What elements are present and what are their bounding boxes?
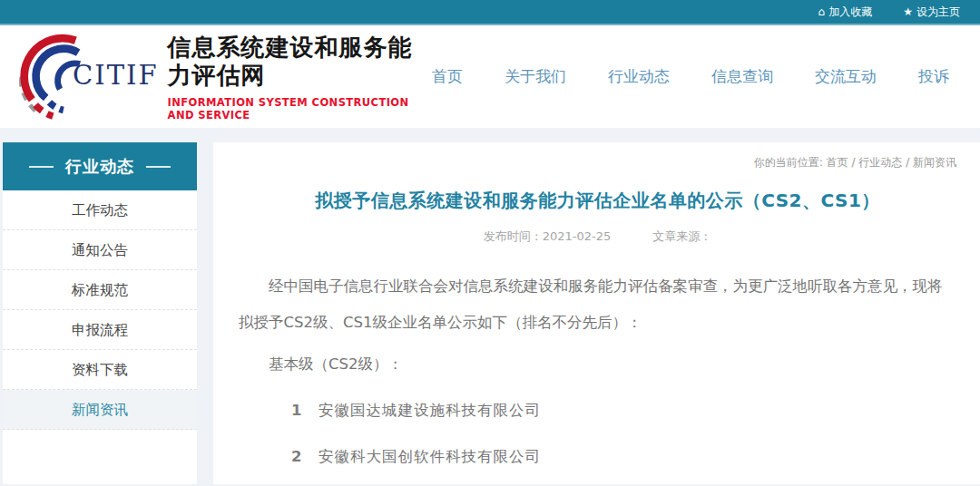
site-titles: 信息系统建设和服务能力评估网 INFORMATION SYSTEM CONSTR… bbox=[168, 34, 432, 122]
breadcrumb-link-news[interactable]: 新闻资讯 bbox=[913, 156, 956, 169]
nav-item-interaction[interactable]: 交流互动 bbox=[815, 66, 877, 87]
main-content-panel: 你的当前位置: 首页 / 行业动态 / 新闻资讯 拟授予信息系统建设和服务能力评… bbox=[213, 142, 980, 484]
company-list: 1 安徽国达城建设施科技有限公司 2 安徽科大国创软件科技有限公司 bbox=[239, 401, 956, 467]
page-layout: 行业动态 工作动态 通知公告 标准规范 申报流程 资料下载 新闻资讯 你的当前位… bbox=[0, 128, 980, 484]
sidebar-filler bbox=[3, 430, 197, 484]
article-meta: 发布时间：2021-02-25 文章来源： bbox=[239, 228, 956, 245]
nav-item-complaint[interactable]: 投诉 bbox=[918, 66, 949, 87]
site-title: 信息系统建设和服务能力评估网 bbox=[168, 34, 432, 90]
breadcrumb-separator: / bbox=[851, 156, 855, 169]
logo-citif-text: CITIF bbox=[73, 60, 159, 91]
company-row: 2 安徽科大国创软件科技有限公司 bbox=[239, 447, 956, 467]
add-favorite-label: 加入收藏 bbox=[828, 5, 872, 20]
nav-item-about[interactable]: 关于我们 bbox=[505, 66, 566, 87]
breadcrumb-link-home[interactable]: 首页 bbox=[827, 156, 848, 169]
company-name: 安徽科大国创软件科技有限公司 bbox=[318, 447, 541, 467]
publish-time-label: 发布时间： bbox=[484, 229, 543, 243]
site-logo: CITIF bbox=[13, 34, 159, 121]
sidebar-item-notices[interactable]: 通知公告 bbox=[3, 230, 197, 270]
publish-date: 2021-02-25 bbox=[543, 229, 612, 243]
home-icon: ⌂ bbox=[818, 6, 826, 17]
sidebar-title-label: 行业动态 bbox=[65, 156, 134, 178]
sidebar-item-work-news[interactable]: 工作动态 bbox=[3, 190, 197, 230]
sidebar-item-application-process[interactable]: 申报流程 bbox=[3, 310, 197, 350]
nav-item-info-query[interactable]: 信息查询 bbox=[711, 66, 773, 87]
company-name: 安徽国达城建设施科技有限公司 bbox=[318, 401, 541, 421]
sidebar-item-standards[interactable]: 标准规范 bbox=[3, 270, 197, 310]
breadcrumb-label: 你的当前位置: bbox=[754, 156, 823, 169]
sidebar-item-news-active[interactable]: 新闻资讯 bbox=[3, 390, 197, 430]
star-icon: ★ bbox=[903, 6, 913, 17]
set-homepage-link[interactable]: ★ 设为主页 bbox=[903, 5, 960, 20]
set-homepage-label: 设为主页 bbox=[916, 5, 960, 20]
company-number: 1 bbox=[291, 402, 318, 419]
article-source-label: 文章来源： bbox=[652, 229, 711, 243]
breadcrumb-separator: / bbox=[906, 156, 909, 169]
sidebar-title: 行业动态 bbox=[3, 142, 197, 190]
breadcrumb: 你的当前位置: 首页 / 行业动态 / 新闻资讯 bbox=[239, 155, 956, 170]
nav-item-home[interactable]: 首页 bbox=[432, 66, 463, 87]
nav-item-industry-news[interactable]: 行业动态 bbox=[608, 66, 670, 87]
company-row: 1 安徽国达城建设施科技有限公司 bbox=[239, 401, 956, 421]
sidebar-item-downloads[interactable]: 资料下载 bbox=[3, 350, 197, 390]
topbar: ⌂ 加入收藏 ★ 设为主页 bbox=[0, 0, 980, 25]
breadcrumb-link-industry-news[interactable]: 行业动态 bbox=[858, 156, 902, 169]
article-title: 拟授予信息系统建设和服务能力评估企业名单的公示（CS2、CS1） bbox=[239, 189, 956, 213]
dash-right-decoration bbox=[146, 166, 171, 168]
sidebar: 行业动态 工作动态 通知公告 标准规范 申报流程 资料下载 新闻资讯 bbox=[3, 142, 197, 484]
company-number: 2 bbox=[291, 448, 318, 465]
header: CITIF 信息系统建设和服务能力评估网 INFORMATION SYSTEM … bbox=[0, 25, 980, 128]
article-body: 经中国电子信息行业联合会对信息系统建设和服务能力评估备案审查，为更广泛地听取各方… bbox=[239, 268, 956, 341]
add-favorite-link[interactable]: ⌂ 加入收藏 bbox=[818, 5, 873, 20]
site-subtitle: INFORMATION SYSTEM CONSTRUCTION AND SERV… bbox=[168, 96, 432, 122]
main-nav: 首页 关于我们 行业动态 信息查询 交流互动 投诉 bbox=[432, 66, 956, 87]
article-paragraph: 经中国电子信息行业联合会对信息系统建设和服务能力评估备案审查，为更广泛地听取各方… bbox=[239, 268, 956, 341]
section-heading-cs2: 基本级（CS2级）： bbox=[239, 346, 956, 383]
dash-left-decoration bbox=[29, 166, 54, 168]
